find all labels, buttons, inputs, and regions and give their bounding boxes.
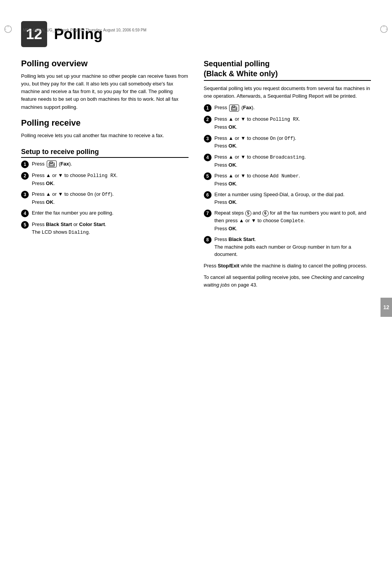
seq-step-number-6: 6	[204, 191, 212, 199]
content-area: Polling overview Polling lets you set up…	[21, 59, 371, 293]
chapter-number-box: 12	[21, 21, 47, 47]
chapter-side-tab: 12	[381, 298, 392, 317]
seq-step-number-5: 5	[204, 172, 212, 180]
seq-step-content-7: Repeat steps 5 and 6 for all the fax num…	[215, 209, 371, 232]
sequential-polling-body: Sequential polling lets you request docu…	[204, 85, 371, 100]
seq-step-number-1: 1	[204, 104, 212, 112]
chapter-header: 12 Polling	[21, 21, 392, 47]
seq-step-number-2: 2	[204, 116, 212, 123]
polling-receive-section: Polling receive Polling receive lets you…	[21, 118, 189, 139]
footer-text-1: Press Stop/Exit while the machine is dia…	[204, 262, 371, 270]
step-item: 2 Press ▲ or ▼ to choose Polling RX.Pres…	[21, 172, 189, 187]
step-item: 6 Enter a number using Speed-Dial, a Gro…	[204, 191, 371, 206]
seq-step-content-6: Enter a number using Speed-Dial, a Group…	[215, 191, 345, 206]
polling-overview-heading: Polling overview	[21, 59, 189, 69]
step-item: 5 Press Black Start or Color Start.The L…	[21, 221, 189, 236]
step-content-4: Enter the fax number you are polling.	[32, 209, 113, 217]
corner-mark-tr	[380, 25, 388, 33]
step-content-5: Press Black Start or Color Start.The LCD…	[32, 221, 106, 236]
seq-heading-line1: Sequential polling	[204, 59, 270, 68]
seq-step-number-4: 4	[204, 154, 212, 161]
step-item: 7 Repeat steps 5 and 6 for all the fax n…	[204, 209, 371, 232]
page-wrapper: MFC-440CN_UG_US.book Page 89 Thursday, A…	[0, 21, 392, 572]
step-number-4: 4	[21, 210, 29, 217]
right-column: Sequential polling (Black & White only) …	[204, 59, 371, 293]
step-content-1: Press (Fax).	[32, 160, 72, 168]
polling-receive-body: Polling receive lets you call another fa…	[21, 132, 189, 139]
fax-label-1: Fax	[61, 161, 69, 167]
circle-ref-6: 6	[262, 210, 269, 216]
step-item: 4 Press ▲ or ▼ to choose Broadcasting.Pr…	[204, 153, 371, 169]
step-number-2: 2	[21, 172, 29, 180]
top-meta: MFC-440CN_UG_US.book Page 89 Thursday, A…	[23, 28, 146, 32]
sequential-polling-heading: Sequential polling (Black & White only)	[204, 59, 371, 81]
svg-rect-14	[50, 164, 54, 166]
sequential-polling-steps: 1 Press (Fax). 2 Press ▲ or ▼ to choose …	[204, 104, 371, 258]
seq-step-number-8: 8	[204, 236, 212, 244]
step-item: 1 Press (Fax).	[204, 104, 371, 112]
setup-receive-steps: 1 Press (Fax). 2 Press ▲ or ▼ to choose …	[21, 160, 189, 236]
corner-mark-tl	[4, 25, 12, 33]
svg-rect-17	[232, 108, 236, 110]
step-item: 3 Press ▲ or ▼ to choose On (or Off).Pre…	[21, 190, 189, 206]
seq-step-number-7: 7	[204, 210, 212, 217]
step-item: 4 Enter the fax number you are polling.	[21, 209, 189, 217]
step-content-2: Press ▲ or ▼ to choose Polling RX.Press …	[32, 172, 118, 187]
step-item: 8 Press Black Start.The machine polls ea…	[204, 236, 371, 258]
seq-step-content-2: Press ▲ or ▼ to choose Polling RX.Press …	[215, 115, 300, 131]
seq-step-content-5: Press ▲ or ▼ to choose Add Number.Press …	[215, 172, 300, 187]
polling-receive-heading: Polling receive	[21, 118, 189, 128]
seq-step-content-1: Press (Fax).	[215, 104, 255, 111]
step-item: 5 Press ▲ or ▼ to choose Add Number.Pres…	[204, 172, 371, 187]
seq-heading-line2: (Black & White only)	[204, 69, 278, 78]
seq-step-content-8: Press Black Start.The machine polls each…	[215, 236, 371, 258]
file-info: MFC-440CN_UG_US.book Page 89 Thursday, A…	[23, 28, 146, 32]
circle-ref-5: 5	[245, 210, 251, 216]
sequential-polling-section: Sequential polling (Black & White only) …	[204, 59, 371, 289]
step-number-1: 1	[21, 161, 29, 168]
chapter-tab-number: 12	[383, 304, 389, 310]
step-item: 2 Press ▲ or ▼ to choose Polling RX.Pres…	[204, 115, 371, 131]
step-content-3: Press ▲ or ▼ to choose On (or Off).Press…	[32, 190, 114, 206]
left-column: Polling overview Polling lets you set up…	[21, 59, 189, 293]
step-number-5: 5	[21, 221, 29, 229]
footer-text-2: To cancel all sequential polling receive…	[204, 274, 371, 289]
fax-icon-1	[47, 161, 57, 167]
polling-overview-body: Polling lets you set up your machine so …	[21, 72, 189, 111]
polling-overview-section: Polling overview Polling lets you set up…	[21, 59, 189, 111]
step-item: 3 Press ▲ or ▼ to choose On (or Off).Pre…	[204, 134, 371, 150]
fax-icon-seq-1	[229, 105, 239, 111]
setup-receive-subheading: Setup to receive polling	[21, 148, 189, 158]
seq-step-number-3: 3	[204, 135, 212, 143]
step-number-3: 3	[21, 191, 29, 198]
step-item: 1 Press (Fax).	[21, 160, 189, 168]
seq-step-content-4: Press ▲ or ▼ to choose Broadcasting.Pres…	[215, 153, 306, 169]
seq-step-content-3: Press ▲ or ▼ to choose On (or Off).Press…	[215, 134, 297, 150]
setup-receive-section: Setup to receive polling 1 Press (Fax).	[21, 148, 189, 236]
